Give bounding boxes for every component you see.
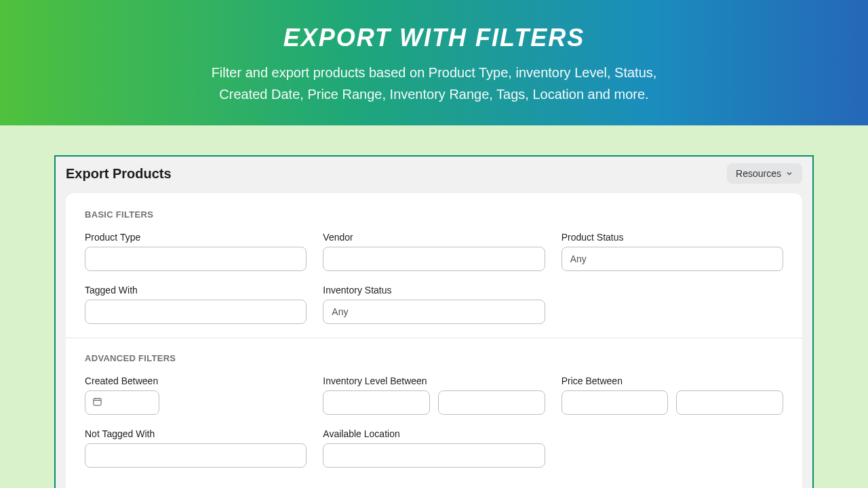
chevron-down-icon [785,169,793,178]
created-between-field: Created Between [85,375,307,415]
calendar-icon [92,396,102,409]
advanced-empty-field [561,428,783,468]
section-divider [66,338,802,338]
panel-title: Export Products [66,166,172,182]
available-location-input[interactable] [323,443,545,468]
product-status-value: Any [570,253,587,264]
resources-label: Resources [736,168,781,179]
product-status-select[interactable]: Any [561,247,783,271]
vendor-field: Vendor [323,232,545,271]
hero-sub-line2: Created Date, Price Range, Inventory Ran… [219,87,648,102]
product-type-field: Product Type [85,232,307,271]
tagged-with-label: Tagged With [85,285,307,296]
inventory-status-field: Inventory Status Any [323,285,545,324]
price-max-input[interactable] [676,390,783,415]
advanced-row-2: Not Tagged With Available Location [85,428,783,468]
hero-sub-line1: Filter and export products based on Prod… [212,65,657,80]
available-location-field: Available Location [323,428,545,468]
advanced-filters-heading: ADVANCED FILTERS [85,353,783,363]
inventory-status-value: Any [332,306,348,317]
created-between-label: Created Between [85,375,307,386]
product-type-label: Product Type [85,232,307,243]
inventory-level-field: Inventory Level Between [323,375,545,415]
not-tagged-label: Not Tagged With [85,428,307,439]
price-min-input[interactable] [561,390,669,415]
price-between-label: Price Between [561,375,783,386]
basic-row-2: Tagged With Inventory Status Any [85,285,783,324]
price-between-field: Price Between [561,375,783,415]
hero-banner: EXPORT WITH FILTERS Filter and export pr… [0,0,868,125]
export-panel: Export Products Resources BASIC FILTERS … [54,155,814,488]
svg-rect-0 [94,398,101,405]
product-status-field: Product Status Any [561,232,783,271]
not-tagged-input[interactable] [85,443,307,468]
not-tagged-field: Not Tagged With [85,428,307,468]
panel-header: Export Products Resources [56,157,812,193]
basic-empty-field [561,285,783,324]
advanced-row-1: Created Between Inventory Level Between [85,375,783,415]
inventory-level-min-input[interactable] [323,390,430,415]
basic-filters-heading: BASIC FILTERS [85,209,783,220]
resources-button[interactable]: Resources [727,163,802,184]
hero-title: EXPORT WITH FILTERS [14,24,854,52]
filters-card: BASIC FILTERS Product Type Vendor Produc… [66,193,802,488]
created-between-input[interactable] [85,390,159,415]
product-status-label: Product Status [561,232,783,243]
inventory-level-label: Inventory Level Between [323,375,545,386]
tagged-with-field: Tagged With [85,285,307,324]
inventory-level-max-input[interactable] [438,390,545,415]
inventory-status-label: Inventory Status [323,285,545,296]
vendor-label: Vendor [323,232,545,243]
tagged-with-input[interactable] [85,300,307,324]
vendor-input[interactable] [323,247,545,271]
product-type-input[interactable] [85,247,307,271]
basic-row-1: Product Type Vendor Product Status Any [85,232,783,271]
inventory-status-select[interactable]: Any [323,300,545,324]
hero-subtitle: Filter and export products based on Prod… [129,62,739,105]
available-location-label: Available Location [323,428,545,439]
